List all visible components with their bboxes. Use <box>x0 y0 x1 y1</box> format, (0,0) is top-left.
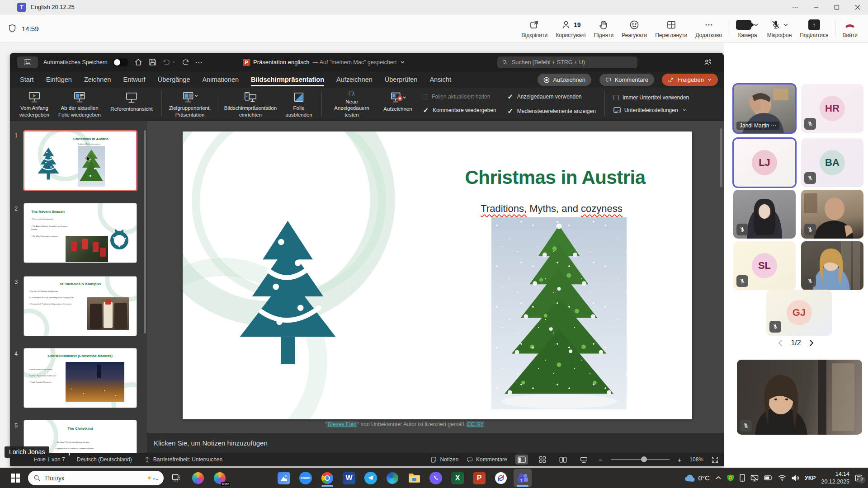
participant-tile-video-1[interactable] <box>733 190 796 239</box>
titlebar-more-button[interactable]: ⋯ <box>785 0 806 14</box>
slide-thumbnail-3[interactable]: St. Nicholas & Krampus • Dec 6th: St. Ni… <box>24 276 137 336</box>
zoom-level[interactable]: 108% <box>689 456 703 463</box>
autosave-toggle[interactable] <box>113 58 128 66</box>
share-action-button[interactable]: Freigeben <box>662 74 718 86</box>
checkbox-keep-slides-updated[interactable]: Folien aktualisiert halten <box>423 94 496 100</box>
maximize-button[interactable] <box>826 0 847 14</box>
tab-einfuegen[interactable]: Einfügen <box>46 71 72 88</box>
comments-toggle[interactable]: Kommentare <box>467 456 507 463</box>
play-from-start-button[interactable]: Vom Anfang wiedergeben <box>14 89 54 118</box>
teams-app-icon[interactable]: T <box>514 469 532 487</box>
unpin-button[interactable]: Відкріпити <box>518 16 552 41</box>
word-icon[interactable]: W <box>340 469 358 487</box>
checkbox-show-media-controls[interactable]: ✓Mediensteuerelemente anzeigen <box>507 107 596 115</box>
task-view-button[interactable] <box>167 469 185 487</box>
reading-view-button[interactable] <box>557 455 570 465</box>
checkbox-use-timings[interactable]: ✓Anzeigedauern verwenden <box>507 93 596 101</box>
home-icon[interactable] <box>134 58 143 67</box>
language-status[interactable]: Deutsch (Deutschland) <box>77 456 132 463</box>
zoom-slider[interactable] <box>611 459 670 460</box>
custom-show-button[interactable]: Zielgruppenorient. Präsentation <box>165 89 215 118</box>
raise-hand-button[interactable]: Підняти <box>590 16 618 41</box>
rehearse-timings-button[interactable]: Neue Anzeigedauern testen <box>325 89 378 118</box>
presence-share-icon[interactable] <box>703 58 712 66</box>
copilot-m365-icon[interactable]: M365 <box>211 469 229 487</box>
checkbox-always-use-subtitles[interactable]: Immer Untertitel verwenden <box>613 94 689 101</box>
tab-ansicht[interactable]: Ansicht <box>429 71 451 88</box>
copilot-icon[interactable] <box>189 469 207 487</box>
slide-subtitle[interactable]: Traditions, Myths, and cozyness <box>481 203 622 215</box>
thumbnail-scrollbar[interactable] <box>144 130 146 333</box>
camera-button[interactable]: Камера <box>732 16 763 41</box>
hide-slide-button[interactable]: Folie ausblenden <box>279 89 318 118</box>
participant-tile-gj[interactable]: GJ <box>766 290 832 336</box>
notes-pane[interactable]: Klicken Sie, um Notizen hinzuzufügen <box>147 433 724 453</box>
participant-tile-sl[interactable]: SL <box>733 241 796 290</box>
minimize-button[interactable] <box>806 0 826 14</box>
tab-start[interactable]: Start <box>20 71 34 88</box>
snowy-tree-photo[interactable] <box>491 217 627 409</box>
security-shield-icon[interactable] <box>727 474 734 482</box>
participant-tile-jandl-martin[interactable]: Jandl Martin ⋯ <box>733 84 796 133</box>
tray-chevron-up-icon[interactable] <box>715 476 722 480</box>
start-button[interactable] <box>6 469 24 487</box>
photos-app-icon[interactable] <box>275 469 293 487</box>
titlebar-more-icon[interactable]: ⋯ <box>195 58 203 66</box>
tab-zeichnen[interactable]: Zeichnen <box>84 71 111 88</box>
slide-thumbnail-4[interactable]: Christkindlmarkt (Christmas Markets) • S… <box>24 348 137 408</box>
file-explorer-icon[interactable] <box>405 469 423 487</box>
participant-tile-video-3[interactable] <box>801 241 863 290</box>
viber-icon[interactable] <box>427 469 445 487</box>
display-off-icon[interactable] <box>750 474 759 482</box>
chevron-down-icon[interactable] <box>400 60 405 65</box>
telegram-icon[interactable] <box>362 469 380 487</box>
view-button[interactable]: Переглянути <box>651 16 691 41</box>
weather-widget[interactable]: 0°C <box>684 474 710 482</box>
page-prev-icon[interactable] <box>777 339 783 347</box>
tab-bildschirmpraesentation[interactable]: Bildschirmpräsentation <box>251 71 324 88</box>
participant-tile-video-2[interactable] <box>801 190 863 239</box>
slide-editor[interactable]: Christmas in Austria Traditions, Myths, … <box>183 131 692 419</box>
volume-icon[interactable] <box>792 475 799 481</box>
react-button[interactable]: Реагувати <box>618 16 651 41</box>
participant-tile-spotlight-video[interactable] <box>737 360 862 435</box>
checkbox-play-narrations[interactable]: ✓Kommentare wiedergeben <box>423 106 496 114</box>
microphone-button[interactable]: Мікрофон <box>763 16 796 41</box>
play-from-current-button[interactable]: Ab der aktuellen Folie wiedergeben <box>54 89 105 118</box>
ppt-search-box[interactable]: Suchen (Befehl + STRG + U) <box>497 56 637 68</box>
close-button[interactable] <box>847 0 868 14</box>
notes-toggle[interactable]: Notizen <box>430 456 458 463</box>
tab-entwurf[interactable]: Entwurf <box>123 71 146 88</box>
setup-slideshow-button[interactable]: Bildschirmpräsentation einrichten <box>222 89 279 118</box>
chevron-down-icon[interactable] <box>783 22 789 28</box>
subtitle-settings-dropdown[interactable]: Untertiteleinstellungen <box>613 107 689 113</box>
tab-animationen[interactable]: Animationen <box>202 71 239 88</box>
battery-icon[interactable] <box>764 475 773 480</box>
record-action-button[interactable]: Aufzeichnen <box>538 74 591 86</box>
sync-app-icon[interactable] <box>492 469 510 487</box>
slide-title[interactable]: Christmas in Austria <box>465 167 645 188</box>
zoom-out-button[interactable]: − <box>599 456 603 464</box>
normal-view-button[interactable] <box>515 455 528 465</box>
comments-action-button[interactable]: Kommentare <box>599 74 654 86</box>
more-button[interactable]: Додатково <box>691 16 726 41</box>
save-icon[interactable] <box>148 58 157 66</box>
slide-thumbnail-1[interactable]: Christmas in Austria Traditions, Myths, … <box>24 131 137 191</box>
tab-aufzeichnen[interactable]: Aufzeichnen <box>336 71 373 88</box>
slide-thumbnail-2[interactable]: The Advent Season • Four weeks of prepar… <box>24 203 137 263</box>
clock-widget[interactable]: 14:14 20.12.2025 <box>821 470 849 486</box>
page-next-icon[interactable] <box>808 339 815 347</box>
canvas-scrollbar[interactable] <box>720 128 722 187</box>
participants-button[interactable]: 19 Користувачі <box>552 16 590 41</box>
leave-button[interactable]: Вийти <box>838 16 862 41</box>
tab-uebergaenge[interactable]: Übergänge <box>158 71 190 88</box>
accessibility-status[interactable]: Barrierefreiheit: Untersuchen <box>144 456 222 463</box>
phone-link-icon[interactable] <box>740 474 745 482</box>
license-link[interactable]: CC BY <box>466 421 485 427</box>
taskbar-search[interactable]: Пошук ✦✦•• <box>28 471 164 485</box>
participant-tile-lj[interactable]: LJ <box>733 138 796 187</box>
participant-tile-hr[interactable]: HR <box>801 84 863 133</box>
redo-icon[interactable] <box>181 58 190 66</box>
zoom-app-icon[interactable]: zoom <box>297 469 315 487</box>
participant-tile-ba[interactable]: BA <box>801 138 863 187</box>
